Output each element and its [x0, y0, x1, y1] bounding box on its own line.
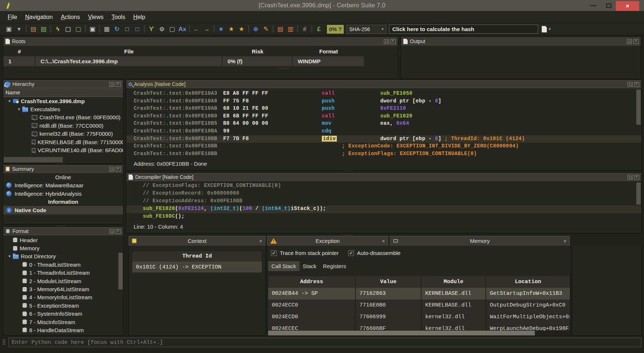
search-user-icon[interactable]: ⊙	[157, 25, 167, 34]
splitter-handle[interactable]: ······	[343, 169, 353, 173]
chevron-down-icon[interactable]: ▾	[16, 107, 22, 112]
format-item[interactable]: 6 - SystemInfoStream	[3, 310, 123, 318]
bookmark-star-icon[interactable]: ★	[226, 25, 236, 34]
hierarchy-item[interactable]: CrashTest.exe (Base: 00FE0000)	[3, 113, 123, 121]
format-item[interactable]: 1 - ThreadInfoListStream	[3, 269, 123, 277]
bookmark-add-star-icon[interactable]: ★	[237, 25, 246, 34]
float-panel-button[interactable]	[384, 39, 389, 44]
decompiler-line[interactable]: sub_FE1020(0xFE2124, (int32_t)(100 / (in…	[126, 206, 641, 213]
menu-item-views[interactable]: Views	[84, 12, 107, 22]
scan-user-icon[interactable]: ϒ	[147, 25, 156, 34]
hierarchy-column-header[interactable]: Name	[3, 88, 123, 97]
close-panel-button[interactable]	[390, 39, 396, 44]
pin-icon[interactable]: ×	[563, 238, 567, 244]
menu-item-navigation[interactable]: Navigation	[21, 12, 57, 22]
save-session-icon[interactable]: ▦	[102, 25, 111, 34]
tab-stack[interactable]: Stack	[300, 261, 320, 271]
column-header[interactable]: File	[35, 48, 222, 55]
maximize-button[interactable]	[601, 0, 616, 11]
callstack-row[interactable]: 0024ECD077606999kernel32.dllWaitForMulti…	[268, 311, 571, 323]
roots-table-row[interactable]: 1C:\...\CrashTest.exe.3996.dmp0% (f)WIND…	[3, 56, 398, 66]
hash-algo-select[interactable]: SHA-256 ▾	[347, 25, 386, 34]
splitter-handle[interactable]: ······	[279, 67, 289, 71]
disassembly-row[interactable]: CrashTest:.text:0x00FE10BA99cdq	[126, 128, 641, 135]
column-header[interactable]: Module	[422, 276, 486, 288]
float-panel-button[interactable]	[109, 167, 114, 172]
decompiler-scrollbar[interactable]	[636, 183, 641, 204]
format-item[interactable]: 8 - HandleDataStream	[3, 326, 123, 334]
summary-row[interactable]: Intelligence: MalwareBazaar	[3, 181, 123, 190]
close-panel-button[interactable]	[634, 175, 639, 180]
format-item[interactable]: Header	[3, 236, 123, 244]
thread-id-column-header[interactable]: Thread Id	[132, 251, 262, 262]
checkbox-icon[interactable]: ✓	[348, 250, 354, 256]
hierarchy-item[interactable]: ▾Executables	[3, 105, 123, 113]
menu-item-help[interactable]: Help	[129, 12, 149, 22]
drag-handle[interactable]	[3, 339, 5, 345]
close-panel-button[interactable]	[116, 229, 121, 234]
export-hash-icon[interactable]	[542, 26, 547, 33]
column-header[interactable]: Risk	[222, 48, 293, 55]
float-panel-button[interactable]	[628, 82, 633, 87]
disassembly-row[interactable]: CrashTest:.text:0x00FE10B0E8 6B FF FF FF…	[126, 113, 641, 120]
column-header[interactable]: Value	[356, 276, 422, 288]
hierarchy-item[interactable]: ▾CrashTest.exe.3996.dmp	[3, 97, 123, 105]
tab-call-stack[interactable]: Call Stack	[268, 261, 300, 271]
disassembly-row[interactable]: CrashTest:.text:0x00FE10AB68 10 21 FE 00…	[126, 105, 641, 113]
hierarchy-item[interactable]: VCRUNTIME140.dll (Base: 6FAD0000)	[3, 146, 123, 154]
risk-badge[interactable]: 0% ?	[327, 25, 344, 34]
decompiler-line[interactable]: // ExceptionAddress: 0x00FE10BB	[126, 198, 641, 206]
paste-add-icon[interactable]: ▤	[39, 25, 48, 34]
disassembly-row[interactable]: CrashTest:.text:0x00FE10A3E8 A8 FF FF FF…	[126, 90, 641, 98]
sync-icon[interactable]: ↻	[112, 25, 122, 34]
callstack-row[interactable]: 0024ECC07716E0B0KERNELBASE.dllOutputDebu…	[268, 300, 571, 311]
forward-arrow-icon[interactable]: →	[202, 25, 212, 34]
summary-row[interactable]: iNative Code	[3, 206, 123, 214]
checkbox-auto-disassemble[interactable]: ✓Auto-disassemble	[348, 250, 400, 256]
web-report-icon[interactable]: ⊕	[251, 25, 260, 34]
format-item[interactable]: ▾Root Directory	[3, 252, 123, 260]
format-item[interactable]: 4 - MemoryInfoListStream	[3, 293, 123, 301]
float-panel-button[interactable]	[627, 39, 632, 44]
column-header[interactable]: Format	[293, 48, 365, 55]
format-item[interactable]: 0 - ThreadListStream	[3, 260, 123, 268]
reanalyze-lightning-icon[interactable]: ϟ	[53, 25, 62, 34]
layout-chart-1-icon[interactable]: ▤	[275, 25, 285, 34]
thread-row[interactable]: 0x101C (4124) -> EXCEPTION	[132, 262, 262, 273]
menu-item-file[interactable]: File	[4, 12, 21, 22]
float-panel-button[interactable]	[628, 175, 633, 180]
format-item[interactable]: Memory	[3, 244, 123, 252]
checkbox-trace-from-stack-pointer[interactable]: ✓Trace from stack pointer	[271, 250, 339, 256]
selection-blue-icon[interactable]: □	[133, 25, 142, 34]
summary-row[interactable]: Intelligence: HybridAnalysis	[3, 189, 123, 198]
float-panel-button[interactable]	[109, 82, 114, 87]
format-scrollbar[interactable]	[118, 253, 123, 289]
bookmark-blue-star-icon[interactable]: ★	[216, 25, 226, 34]
layout-chart-2-icon[interactable]: ▥	[286, 25, 295, 34]
save-dropdown-icon[interactable]: ▾	[14, 25, 24, 34]
column-header[interactable]: #	[3, 48, 35, 55]
column-header[interactable]: Location	[486, 276, 571, 288]
analysis-scrollbar[interactable]	[636, 90, 641, 125]
splitter-handle[interactable]: ···	[398, 51, 402, 56]
decompiler-line[interactable]: // ExceptionRecord: 0x00000000	[126, 190, 641, 198]
close-button[interactable]: ×	[616, 1, 639, 11]
decompiler-line[interactable]: sub_FE10DC();	[126, 213, 641, 221]
chevron-down-icon[interactable]: ▾	[549, 27, 551, 31]
disassembly-row[interactable]: CrashTest:.text:0x00FE10A8FF 75 F8pushdw…	[126, 98, 641, 105]
python-code-input[interactable]	[8, 338, 641, 347]
save-icon[interactable]: ▣	[4, 25, 14, 34]
hierarchy-item[interactable]: KERNELBASE.dll (Base: 77150000)	[3, 138, 123, 146]
hash-count-icon[interactable]: #	[300, 25, 309, 34]
disassembly-row[interactable]: CrashTest:.text:0x00FE10BB; ExceptionFla…	[126, 150, 641, 158]
file-add-icon[interactable]: ▢	[73, 25, 83, 34]
minimize-button[interactable]	[585, 0, 601, 11]
doc-user-icon[interactable]: ▢	[167, 25, 177, 34]
back-arrow-icon[interactable]: ←	[192, 25, 201, 34]
disassembly-row[interactable]: CrashTest:.text:0x00FE10BBF7 7D F8idivdw…	[126, 135, 641, 143]
selection-green-icon[interactable]: □	[122, 25, 132, 34]
hierarchy-item[interactable]: kernel32.dll (Base: 775F0000)	[3, 130, 123, 138]
close-panel-button[interactable]	[116, 167, 121, 172]
menu-item-tools[interactable]: Tools	[107, 12, 129, 22]
disassembly-row[interactable]: CrashTest:.text:0x00FE10B5B8 64 00 00 00…	[126, 120, 641, 128]
